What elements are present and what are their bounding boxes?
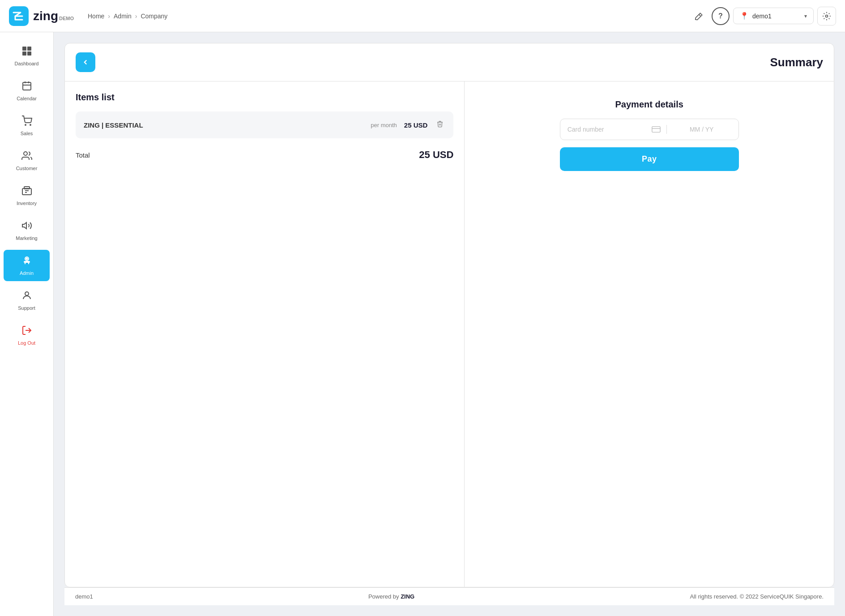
svg-point-20 [26,258,27,260]
dashboard-icon [21,46,32,59]
breadcrumb-home[interactable]: Home [88,13,104,20]
calendar-label: Calendar [17,96,37,101]
svg-point-12 [24,152,27,155]
payment-form: Pay [560,119,739,171]
separator [666,125,667,134]
sales-icon [21,116,32,129]
sidebar-item-support[interactable]: Support [4,285,50,316]
svg-rect-13 [22,188,31,195]
sidebar-item-dashboard[interactable]: Dashboard [4,40,50,72]
card-header: Summary [65,43,834,81]
svg-rect-4 [22,51,26,56]
pay-button[interactable]: Pay [560,147,739,171]
breadcrumb-admin[interactable]: Admin [114,13,132,20]
help-button[interactable]: ? [712,7,730,25]
settings-button[interactable] [817,7,836,26]
breadcrumb: Home › Admin › Company [88,13,683,20]
customer-icon [21,150,32,164]
main-content: Summary Items list ZING | ESSENTIAL per … [54,32,845,616]
inventory-label: Inventory [17,201,37,206]
gear-icon [822,12,831,21]
svg-rect-14 [24,187,30,189]
admin-label: Admin [20,270,34,276]
location-label: demo1 [752,13,801,20]
wand-icon [695,12,704,21]
breadcrumb-company[interactable]: Company [141,13,167,20]
item-name: ZING | ESSENTIAL [84,121,363,129]
card-body: Items list ZING | ESSENTIAL per month 25… [65,81,834,587]
location-selector[interactable]: 📍 demo1 ▾ [733,8,814,24]
svg-rect-2 [22,47,26,51]
items-section-title: Items list [76,92,453,103]
brand-name: zingDEMO [33,9,74,23]
sidebar-item-sales[interactable]: Sales [4,110,50,141]
card-icon [651,124,661,134]
payment-panel: Payment details Pay [465,81,834,587]
sidebar-item-customer[interactable]: Customer [4,145,50,176]
calendar-icon [21,81,32,94]
sales-label: Sales [21,131,33,136]
item-price: 25 USD [404,121,428,129]
items-panel: Items list ZING | ESSENTIAL per month 25… [65,81,465,587]
back-arrow-icon [81,58,90,66]
app-body: Dashboard Calendar Sales Customer [0,32,845,616]
sidebar-item-admin[interactable]: Admin [4,250,50,281]
nav-icons: ? 📍 demo1 ▾ [690,7,836,26]
sidebar-item-calendar[interactable]: Calendar [4,75,50,107]
zing-logo-icon [9,6,29,26]
support-icon [21,290,32,304]
svg-point-1 [826,15,828,17]
payment-section-title: Payment details [615,99,683,110]
marketing-label: Marketing [16,235,37,241]
logout-icon [21,325,32,338]
trash-icon [436,120,444,128]
inventory-icon [21,185,32,199]
total-row: Total 25 USD [76,145,453,164]
svg-point-10 [25,124,26,125]
support-label: Support [18,305,35,311]
sidebar: Dashboard Calendar Sales Customer [0,32,54,616]
total-amount: 25 USD [419,149,453,161]
logo-area: zingDEMO [9,6,81,26]
svg-rect-3 [27,47,31,51]
sidebar-item-marketing[interactable]: Marketing [4,215,50,246]
sidebar-item-logout[interactable]: Log Out [4,320,50,351]
svg-point-11 [30,124,31,125]
total-label: Total [76,151,90,159]
footer-right: All rights reserved. © 2022 ServiceQUIK … [690,593,824,600]
card-input-row [560,119,739,140]
page-title: Summary [770,56,824,69]
logout-label: Log Out [18,340,35,346]
card-number-input[interactable] [568,126,646,133]
content-card: Summary Items list ZING | ESSENTIAL per … [64,43,834,587]
top-nav: zingDEMO Home › Admin › Company ? 📍 demo… [0,0,845,32]
svg-rect-5 [27,51,31,56]
page-footer: demo1 Powered by ZING All rights reserve… [64,587,834,605]
chevron-down-icon: ▾ [804,13,807,19]
sidebar-item-inventory[interactable]: Inventory [4,180,50,211]
svg-point-23 [25,292,29,295]
delete-item-button[interactable] [435,119,445,131]
svg-rect-25 [652,127,660,133]
marketing-icon [21,220,32,234]
svg-marker-17 [22,222,26,229]
dashboard-label: Dashboard [15,61,39,66]
customer-label: Customer [16,166,38,171]
wand-button[interactable] [690,7,708,25]
list-item: ZING | ESSENTIAL per month 25 USD [76,111,453,138]
expiry-input[interactable] [672,126,731,133]
footer-left: demo1 [75,593,93,600]
admin-icon [21,255,32,269]
footer-center: Powered by ZING [368,593,414,600]
location-icon: 📍 [740,12,749,20]
back-button[interactable] [76,52,95,72]
svg-rect-6 [23,82,31,90]
help-icon: ? [718,12,723,20]
item-period: per month [371,122,397,128]
